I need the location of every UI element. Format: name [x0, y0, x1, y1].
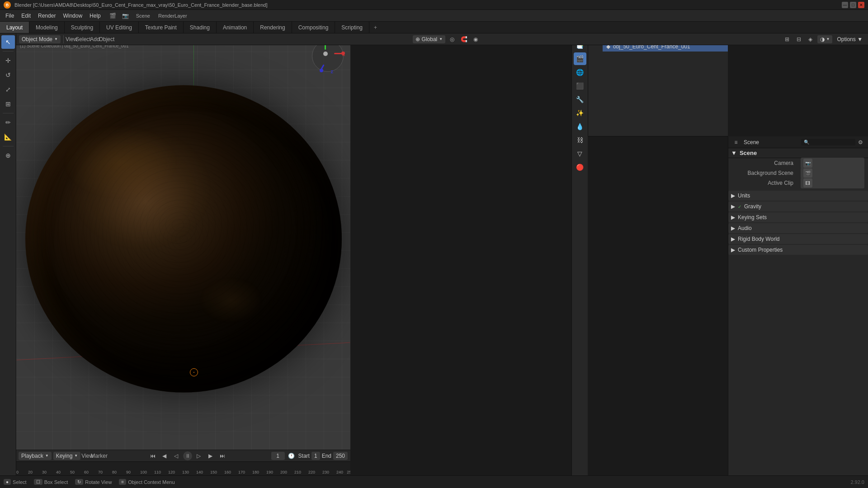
frame-240: 240	[336, 470, 343, 474]
background-scene-value[interactable]: 🎬	[801, 168, 864, 178]
units-header[interactable]: ▶ Units	[728, 191, 868, 201]
add-workspace-button[interactable]: +	[369, 22, 382, 33]
units-section: ▶ Units	[728, 191, 868, 201]
keying-dropdown[interactable]: Keying ▼	[53, 452, 81, 460]
menu-window[interactable]: Window	[59, 12, 86, 20]
scene-properties-panel: ≡ Scene 🔍 ⚙ ▼ Scene Camera 📷 Background …	[728, 136, 868, 475]
end-frame-input[interactable]: 250	[333, 452, 348, 460]
constraints-props-icon[interactable]: ⛓	[574, 134, 586, 146]
gravity-check[interactable]: ✓	[738, 204, 741, 209]
transform-global-dropdown[interactable]: ⊕ Global ▼	[413, 35, 445, 43]
viewport-header: Object Mode ▼ View Select Add Object ⊕ G…	[16, 33, 868, 45]
data-props-icon[interactable]: ▽	[574, 147, 586, 160]
frame-200: 200	[280, 470, 287, 474]
bg-scene-icon[interactable]: 🎬	[803, 169, 812, 178]
object-props-icon[interactable]: ⬛	[574, 80, 586, 92]
select-menu[interactable]: Select	[78, 34, 88, 44]
scene-prop-editor-icon[interactable]: ≡	[731, 137, 741, 147]
keying-sets-label: Keying Sets	[738, 214, 767, 221]
render-layer-icon[interactable]: 📷	[121, 11, 131, 21]
snap-icon[interactable]: 🧲	[459, 34, 469, 44]
tool-select[interactable]: ↖	[1, 35, 15, 49]
tool-move[interactable]: ✛	[1, 54, 15, 67]
next-frame-btn[interactable]: ▶	[206, 451, 216, 461]
physics-props-icon[interactable]: 💧	[574, 120, 586, 133]
object-mode-dropdown[interactable]: Object Mode ▼	[19, 35, 61, 43]
view-menu[interactable]: View	[66, 34, 76, 44]
overlay-toggle[interactable]: ⊟	[794, 34, 804, 44]
play-reverse-btn[interactable]: ◁	[171, 451, 181, 461]
box-select-action: Box Select	[44, 479, 68, 485]
tab-layout[interactable]: Layout	[0, 22, 29, 33]
tool-scale[interactable]: ⤢	[1, 83, 15, 96]
play-btn[interactable]: ▷	[194, 451, 204, 461]
keying-sets-header[interactable]: ▶ Keying Sets	[728, 212, 868, 222]
prop-search[interactable]: 🔍	[801, 139, 855, 145]
audio-header[interactable]: ▶ Audio	[728, 223, 868, 233]
particles-props-icon[interactable]: ✨	[574, 107, 586, 119]
menu-help[interactable]: Help	[86, 12, 104, 20]
menu-file[interactable]: File	[2, 12, 18, 20]
maximize-button[interactable]: □	[850, 2, 856, 8]
viewport-shading-dropdown[interactable]: ◑ ▼	[817, 35, 833, 43]
world-props-icon[interactable]: 🌐	[574, 66, 586, 79]
prop-options-icon[interactable]: ⚙	[855, 137, 865, 147]
shading-label: ◑	[820, 36, 825, 42]
transform-pivot-icon[interactable]: ◎	[447, 34, 457, 44]
keying-sets-expand-icon: ▶	[731, 214, 735, 221]
tool-transform[interactable]: ⊞	[1, 97, 15, 111]
options-btn[interactable]: Options ▼	[834, 36, 865, 42]
menu-render[interactable]: Render	[34, 12, 59, 20]
custom-props-header[interactable]: ▶ Custom Properties	[728, 245, 868, 255]
rigid-body-header[interactable]: ▶ Rigid Body World	[728, 234, 868, 244]
scene-collapse-icon[interactable]: ▼	[731, 150, 737, 156]
status-bar: ● Select ☐ Box Select ↻ Rotate View ≡ Ob…	[0, 475, 868, 488]
playback-dropdown[interactable]: Playback ▼	[19, 452, 52, 460]
tab-scripting[interactable]: Scripting	[335, 22, 369, 33]
tab-animation[interactable]: Animation	[217, 22, 254, 33]
proportional-edit-icon[interactable]: ◉	[471, 34, 481, 44]
tab-texture-paint[interactable]: Texture Paint	[139, 22, 184, 33]
tab-sculpting[interactable]: Sculpting	[65, 22, 100, 33]
menu-edit[interactable]: Edit	[18, 12, 34, 20]
jump-end-btn[interactable]: ⏭	[217, 451, 227, 461]
tool-add[interactable]: ⊕	[1, 149, 15, 162]
prev-frame-btn[interactable]: ◀	[160, 451, 170, 461]
gizmo-toggle[interactable]: ⊞	[782, 34, 792, 44]
ruler-marks: 1 10 20 30 40 50 60 70 80 90 100 110 120…	[0, 462, 350, 475]
scene-icon[interactable]: 🎬	[108, 11, 118, 21]
frame-150: 150	[210, 470, 217, 474]
camera-value[interactable]: 📷	[801, 158, 864, 169]
viewport-3d[interactable]: User Perspective (1) Scene Collection | …	[16, 33, 350, 462]
close-button[interactable]: ✕	[858, 2, 864, 8]
current-frame-display[interactable]: 1	[271, 452, 285, 460]
xray-toggle[interactable]: ◈	[806, 34, 816, 44]
camera-value-icon[interactable]: 📷	[803, 159, 812, 168]
render-layer-name: RenderLayer	[156, 13, 190, 19]
tab-rendering[interactable]: Rendering	[254, 22, 292, 33]
background-scene-label: Background Scene	[739, 170, 793, 176]
start-frame-input[interactable]: 1	[311, 452, 320, 460]
gravity-header[interactable]: ▶ ✓ Gravity	[728, 202, 868, 211]
gizmo-z-dot[interactable]	[320, 69, 323, 72]
tool-annotate[interactable]: ✏	[1, 116, 15, 129]
tool-measure[interactable]: 📐	[1, 130, 15, 144]
clip-icon[interactable]: 🎞	[803, 178, 812, 188]
timeline-marker[interactable]: Marker	[94, 451, 104, 461]
material-props-icon[interactable]: 🔴	[574, 161, 586, 174]
tab-shading[interactable]: Shading	[184, 22, 217, 33]
tab-modeling[interactable]: Modeling	[29, 22, 65, 33]
tab-compositing[interactable]: Compositing	[292, 22, 335, 33]
tab-uv-editing[interactable]: UV Editing	[100, 22, 139, 33]
stop-btn[interactable]: ⏸	[183, 451, 192, 460]
title-text: Blender [C:\Users\AMDA8\Desktop\50_Euro_…	[14, 2, 842, 8]
scene-props-icon[interactable]: 🎬	[574, 52, 586, 65]
object-menu[interactable]: Object	[102, 34, 112, 44]
tool-rotate[interactable]: ↺	[1, 68, 15, 82]
active-clip-value[interactable]: 🎞	[801, 178, 864, 188]
modifier-props-icon[interactable]: 🔧	[574, 93, 586, 106]
jump-start-btn[interactable]: ⏮	[148, 451, 158, 461]
minimize-button[interactable]: —	[842, 2, 848, 8]
timeline-ruler[interactable]: 1 10 20 30 40 50 60 70 80 90 100 110 120…	[0, 462, 350, 475]
gizmo-x-dot[interactable]	[341, 52, 345, 55]
